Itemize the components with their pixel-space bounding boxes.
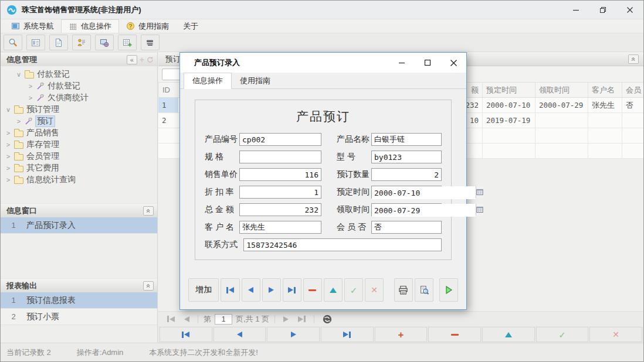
form-list-button[interactable] <box>26 35 45 50</box>
page-number-input[interactable] <box>215 314 232 325</box>
cancel-record-button[interactable]: ✕ <box>365 278 384 302</box>
tree-item-payment[interactable]: >付款登记 <box>1 80 157 92</box>
total-field[interactable] <box>239 203 321 216</box>
windows-panel-header: 信息窗口 « <box>1 203 157 217</box>
collapse-left-icon[interactable]: « <box>127 55 137 64</box>
table-add-button[interactable] <box>118 35 137 50</box>
prev-page-button[interactable] <box>181 316 192 322</box>
reports-panel-title: 报表输出 <box>6 281 143 291</box>
last-page-button[interactable] <box>295 316 309 322</box>
column-header-member[interactable]: 会员 <box>622 83 643 97</box>
grid-icon <box>69 22 77 31</box>
document-button[interactable] <box>49 35 68 50</box>
tree-item-inventory[interactable]: >库存管理 <box>1 139 157 151</box>
delete-record-button[interactable] <box>303 278 322 302</box>
tree-item-product-sales[interactable]: >产品销售 <box>1 127 157 139</box>
menu-info-ops[interactable]: 信息操作 <box>61 19 119 33</box>
collapse-up-icon[interactable]: « <box>143 206 154 216</box>
unit-price-field[interactable] <box>239 168 321 181</box>
restore-button[interactable] <box>589 1 616 19</box>
column-header-id[interactable]: ID <box>158 83 178 97</box>
reserve-date-label: 预定时间 <box>337 187 371 197</box>
reserve-date-input[interactable] <box>372 186 476 199</box>
tree-item-statistics[interactable]: >信息统计查询 <box>1 174 157 186</box>
folder-icon <box>14 142 23 149</box>
first-record-button[interactable] <box>221 278 239 302</box>
prev-record-button[interactable] <box>242 278 260 302</box>
window-item-reservation-entry[interactable]: 1 产品预订录入 <box>1 217 157 234</box>
tree-item-payment-folder[interactable]: ∨付款登记 <box>1 69 157 80</box>
customer-field[interactable] <box>239 221 321 234</box>
refresh-icon <box>147 56 154 63</box>
pickup-date-input[interactable] <box>372 204 476 217</box>
last-record-button[interactable] <box>283 278 301 302</box>
document-icon <box>54 38 63 47</box>
quantity-field[interactable] <box>371 168 442 181</box>
spec-field[interactable] <box>239 151 321 163</box>
collapse-up-icon[interactable]: « <box>143 281 154 291</box>
dialog-minimize-button[interactable] <box>389 53 415 73</box>
dialog-close-button[interactable] <box>440 53 466 73</box>
dialog-tab-info-ops[interactable]: 信息操作 <box>184 73 232 89</box>
next-page-button[interactable] <box>280 316 292 322</box>
x-icon: ✕ <box>371 286 378 294</box>
report-item-reservation-ticket[interactable]: 2 预订小票 <box>1 309 157 325</box>
minimize-button[interactable] <box>562 1 589 19</box>
post-record-button[interactable]: ✓ <box>344 278 363 302</box>
refresh-button[interactable] <box>320 315 335 324</box>
first-page-button[interactable] <box>164 316 178 322</box>
post-record-button[interactable]: ✓ <box>536 327 589 342</box>
next-record-button[interactable] <box>262 278 281 302</box>
edit-record-button[interactable] <box>324 278 343 302</box>
column-header-reserve-date[interactable]: 预定时间 <box>482 83 535 97</box>
menu-user-guide[interactable]: 使用指南 <box>119 19 176 33</box>
delete-record-button[interactable] <box>428 327 481 342</box>
dialog-title-bar[interactable]: 产品预订录入 <box>180 53 466 73</box>
member-field[interactable] <box>371 221 442 234</box>
user-report-button[interactable] <box>72 35 91 50</box>
menu-label: 使用指南 <box>138 21 169 32</box>
close-button[interactable] <box>616 1 643 19</box>
calendar-icon[interactable] <box>476 204 483 216</box>
dialog-maximize-button[interactable] <box>415 53 440 73</box>
model-field[interactable] <box>371 151 442 163</box>
tree-item-members[interactable]: >会员管理 <box>1 151 157 162</box>
dialog-tab-user-guide[interactable]: 使用指南 <box>232 73 279 88</box>
calendar-icon[interactable] <box>476 186 483 198</box>
print-button[interactable] <box>394 278 413 302</box>
search-button[interactable] <box>4 35 22 50</box>
print-preview-button[interactable] <box>415 278 433 302</box>
column-header-pickup-date[interactable]: 领取时间 <box>535 83 588 97</box>
collapse-up-icon[interactable]: « <box>628 54 639 64</box>
discount-field[interactable] <box>239 186 321 199</box>
product-code-field[interactable] <box>239 133 321 146</box>
next-record-button[interactable] <box>267 327 320 342</box>
tool-icon <box>36 94 45 102</box>
tree-item-reservation[interactable]: >预订 <box>1 115 157 127</box>
add-button[interactable]: 增加 <box>188 278 219 302</box>
add-record-button[interactable]: + <box>375 327 428 342</box>
monitor-button[interactable] <box>95 35 114 50</box>
run-button[interactable] <box>439 278 458 302</box>
edit-record-button[interactable] <box>482 327 535 342</box>
tree-item-reservation-folder[interactable]: ∨预订管理 <box>1 104 157 115</box>
prev-record-button[interactable] <box>213 327 266 342</box>
menu-bar: 系统导航 信息操作 使用指南 关于 <box>1 19 643 33</box>
chevron-right-icon: > <box>5 141 11 148</box>
report-item-reservation-report[interactable]: 1 预订信息报表 <box>1 292 157 309</box>
contact-field[interactable] <box>243 238 442 251</box>
printer-button[interactable] <box>141 35 160 50</box>
info-panel-title: 信息管理 <box>6 54 127 65</box>
magnifier-icon <box>8 38 18 47</box>
tree-item-other-fees[interactable]: >其它费用 <box>1 162 157 174</box>
column-header-customer[interactable]: 客户名 <box>588 83 622 97</box>
first-record-button[interactable] <box>160 327 212 342</box>
last-record-button[interactable] <box>321 327 374 342</box>
cancel-record-button[interactable]: ✕ <box>589 327 642 342</box>
product-name-field[interactable] <box>371 133 442 146</box>
tree-item-supplier-stats[interactable]: >欠供商统计 <box>1 92 157 104</box>
record-navigator: + ✓ ✕ <box>158 326 643 343</box>
menu-system-nav[interactable]: 系统导航 <box>4 19 61 33</box>
menu-about[interactable]: 关于 <box>176 19 205 33</box>
app-logo-icon <box>6 5 17 15</box>
